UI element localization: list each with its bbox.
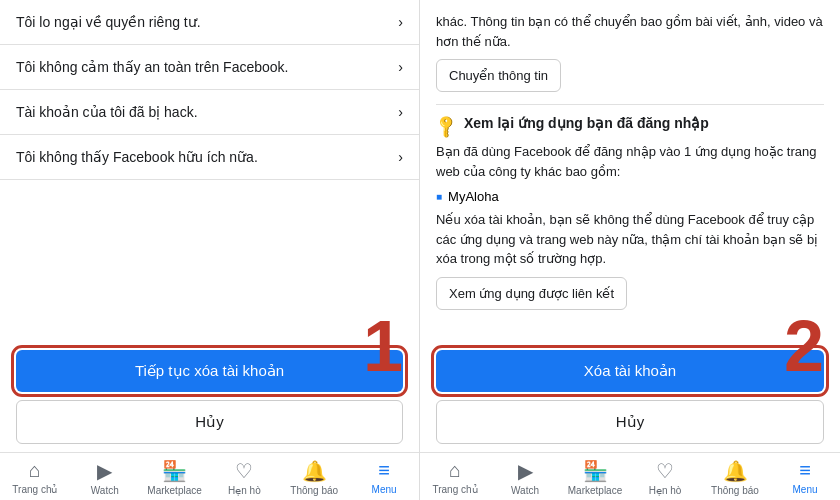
continue-delete-button[interactable]: Tiếp tục xóa tài khoản xyxy=(16,350,403,392)
app-name: MyAloha xyxy=(448,189,499,204)
left-cancel-button[interactable]: Hủy xyxy=(16,400,403,444)
nav-dating-label: Hẹn hò xyxy=(649,485,682,496)
chevron-icon: › xyxy=(398,59,403,75)
nav-menu[interactable]: ≡ Menu xyxy=(349,459,419,496)
nav-watch-label: Watch xyxy=(91,485,119,496)
right-nav-watch[interactable]: ▶ Watch xyxy=(490,459,560,496)
home-icon: ⌂ xyxy=(29,459,41,482)
marketplace-icon: 🏪 xyxy=(583,459,608,483)
key-icon: 🔑 xyxy=(432,113,460,141)
nav-notifications[interactable]: 🔔 Thông báo xyxy=(279,459,349,496)
nav-home-label: Trang chủ xyxy=(12,484,57,495)
bell-icon: 🔔 xyxy=(302,459,327,483)
heart-icon: ♡ xyxy=(235,459,253,483)
menu-item-privacy[interactable]: Tôi lo ngại về quyền riêng tư. › xyxy=(0,0,419,45)
transfer-section: khác. Thông tin bạn có thể chuyển bao gồ… xyxy=(436,12,824,92)
nav-menu-label: Menu xyxy=(372,484,397,495)
bell-icon: 🔔 xyxy=(723,459,748,483)
right-nav-marketplace[interactable]: 🏪 Marketplace xyxy=(560,459,630,496)
home-icon: ⌂ xyxy=(449,459,461,482)
transfer-desc: khác. Thông tin bạn có thể chuyển bao gồ… xyxy=(436,12,824,51)
app-list-item: MyAloha xyxy=(436,189,824,204)
nav-notifications-label: Thông báo xyxy=(290,485,338,496)
right-nav-notifications[interactable]: 🔔 Thông báo xyxy=(700,459,770,496)
nav-watch[interactable]: ▶ Watch xyxy=(70,459,140,496)
nav-home-label: Trang chủ xyxy=(432,484,477,495)
apps-desc-2: Nếu xóa tài khoản, bạn sẽ không thể dùng… xyxy=(436,210,824,269)
nav-marketplace-label: Marketplace xyxy=(568,485,622,496)
transfer-button[interactable]: Chuyển thông tin xyxy=(436,59,561,92)
right-bottom-nav: ⌂ Trang chủ ▶ Watch 🏪 Marketplace ♡ Hẹn … xyxy=(420,452,840,500)
right-nav-dating[interactable]: ♡ Hẹn hò xyxy=(630,459,700,496)
menu-icon: ≡ xyxy=(799,459,811,482)
right-content: khác. Thông tin bạn có thể chuyển bao gồ… xyxy=(420,0,840,342)
chevron-icon: › xyxy=(398,14,403,30)
menu-item-safety[interactable]: Tôi không cảm thấy an toàn trên Facebook… xyxy=(0,45,419,90)
right-cancel-button[interactable]: Hủy xyxy=(436,400,824,444)
apps-section-title: Xem lại ứng dụng bạn đã đăng nhập xyxy=(464,115,709,131)
menu-item-label: Tôi không thấy Facebook hữu ích nữa. xyxy=(16,149,258,165)
menu-item-label: Tôi lo ngại về quyền riêng tư. xyxy=(16,14,201,30)
nav-watch-label: Watch xyxy=(511,485,539,496)
section-divider xyxy=(436,104,824,105)
nav-menu-label: Menu xyxy=(792,484,817,495)
left-bottom-nav: ⌂ Trang chủ ▶ Watch 🏪 Marketplace ♡ Hẹn … xyxy=(0,452,419,500)
right-nav-home[interactable]: ⌂ Trang chủ xyxy=(420,459,490,496)
marketplace-icon: 🏪 xyxy=(162,459,187,483)
left-panel: Tôi lo ngại về quyền riêng tư. › Tôi khô… xyxy=(0,0,420,500)
menu-item-hacked[interactable]: Tài khoản của tôi đã bị hack. › xyxy=(0,90,419,135)
apps-section-header: 🔑 Xem lại ứng dụng bạn đã đăng nhập xyxy=(436,115,824,136)
right-panel: khác. Thông tin bạn có thể chuyển bao gồ… xyxy=(420,0,840,500)
menu-list: Tôi lo ngại về quyền riêng tư. › Tôi khô… xyxy=(0,0,419,226)
heart-icon: ♡ xyxy=(656,459,674,483)
menu-icon: ≡ xyxy=(378,459,390,482)
menu-item-useful[interactable]: Tôi không thấy Facebook hữu ích nữa. › xyxy=(0,135,419,180)
nav-dating[interactable]: ♡ Hẹn hò xyxy=(209,459,279,496)
nav-marketplace-label: Marketplace xyxy=(147,485,201,496)
nav-dating-label: Hẹn hò xyxy=(228,485,261,496)
chevron-icon: › xyxy=(398,104,403,120)
apps-desc-1: Bạn đã dùng Facebook để đăng nhập vào 1 … xyxy=(436,142,824,181)
delete-account-button[interactable]: Xóa tài khoản xyxy=(436,350,824,392)
left-action-buttons: Tiếp tục xóa tài khoản Hủy xyxy=(0,338,419,452)
watch-icon: ▶ xyxy=(518,459,533,483)
right-action-buttons: Xóa tài khoản Hủy xyxy=(420,342,840,452)
nav-marketplace[interactable]: 🏪 Marketplace xyxy=(140,459,210,496)
chevron-icon: › xyxy=(398,149,403,165)
menu-item-label: Tôi không cảm thấy an toàn trên Facebook… xyxy=(16,59,288,75)
menu-item-label: Tài khoản của tôi đã bị hack. xyxy=(16,104,198,120)
watch-icon: ▶ xyxy=(97,459,112,483)
nav-home[interactable]: ⌂ Trang chủ xyxy=(0,459,70,496)
nav-notifications-label: Thông báo xyxy=(711,485,759,496)
view-apps-button[interactable]: Xem ứng dụng được liên kết xyxy=(436,277,627,310)
right-nav-menu[interactable]: ≡ Menu xyxy=(770,459,840,496)
apps-section: 🔑 Xem lại ứng dụng bạn đã đăng nhập Bạn … xyxy=(436,115,824,310)
